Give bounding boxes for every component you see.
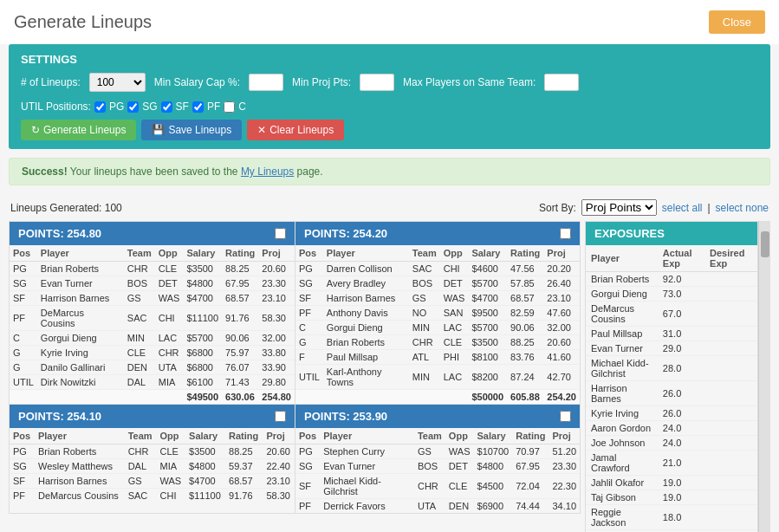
table-cell: DAL bbox=[125, 459, 157, 474]
success-label: Success! bbox=[22, 165, 68, 178]
exp-cell: 67.0 bbox=[658, 302, 704, 327]
table-cell: 42.70 bbox=[543, 365, 580, 390]
exp-cell: Gorgui Dieng bbox=[586, 287, 658, 302]
lineup-4-checkbox[interactable] bbox=[560, 411, 571, 422]
list-item: Brian Roberts92.0 bbox=[586, 272, 757, 287]
generate-label: Generate Lineups bbox=[43, 124, 126, 136]
scrollbar[interactable] bbox=[758, 221, 770, 532]
exp-cell bbox=[704, 421, 757, 436]
clear-label: Clear Lineups bbox=[269, 124, 334, 136]
table-row: FPaul MillsapATLPHI$810083.7641.60 bbox=[295, 350, 580, 365]
table-cell: 51.20 bbox=[549, 444, 580, 459]
util-pf-checkbox[interactable] bbox=[192, 101, 204, 113]
sort-controls: Sort By: Proj Points Salary select all |… bbox=[539, 199, 769, 216]
right-panel: EXPOSURES Player Actual Exp Desired Exp … bbox=[585, 221, 770, 532]
lineup-1-table: Pos Player Team Opp Salary Rating Proj P… bbox=[10, 245, 295, 404]
table-row: PGBrian RobertsCHRCLE$350088.2520.60 bbox=[10, 262, 295, 276]
lineup-2-table: Pos Player Team Opp Salary Rating Proj P… bbox=[295, 245, 580, 404]
util-sg-checkbox[interactable] bbox=[127, 101, 139, 113]
exp-cell: Paul Millsap bbox=[586, 327, 658, 341]
table-row: PGBrian RobertsCHRCLE$350088.2520.60 bbox=[10, 444, 295, 459]
save-lineups-button[interactable]: 💾 Save Lineups bbox=[141, 120, 242, 140]
lineups-grid: POINTS: 254.80 Pos Player Team Opp Salar… bbox=[9, 221, 585, 532]
table-cell: Karl-Anthony Towns bbox=[323, 365, 409, 390]
table-cell: GS bbox=[124, 291, 155, 306]
exp-cell: 18.0 bbox=[658, 505, 704, 530]
my-lineups-link[interactable]: My Lineups bbox=[241, 165, 294, 178]
table-cell: 57.85 bbox=[507, 276, 543, 291]
table-cell: UTA bbox=[414, 499, 445, 514]
exp-cell: 24.0 bbox=[658, 421, 704, 436]
table-cell: $4800 bbox=[183, 276, 222, 291]
table-cell: CHR bbox=[414, 474, 445, 499]
table-cell: F bbox=[295, 350, 323, 365]
table-cell: CHI bbox=[440, 262, 469, 276]
exp-cell bbox=[704, 381, 757, 406]
close-button[interactable]: Close bbox=[709, 10, 765, 34]
num-lineups-select[interactable]: 10050150 bbox=[89, 73, 146, 92]
table-cell: 90.06 bbox=[507, 321, 543, 335]
table-cell: 59.37 bbox=[225, 459, 263, 474]
select-all-link[interactable]: select all bbox=[662, 202, 703, 214]
table-cell: GS bbox=[125, 474, 157, 489]
exp-cell: 26.0 bbox=[658, 406, 704, 421]
col-opp: Opp bbox=[440, 245, 469, 262]
lineups-info-bar: Lineups Generated: 100 Sort By: Proj Poi… bbox=[0, 194, 779, 221]
exp-cell: 31.0 bbox=[658, 327, 704, 341]
table-cell: ATL bbox=[409, 350, 440, 365]
table-cell: CHR bbox=[155, 346, 184, 360]
scrollbar-thumb[interactable] bbox=[761, 231, 769, 257]
col-rating: Rating bbox=[512, 428, 549, 444]
lineup-2-checkbox[interactable] bbox=[560, 228, 571, 239]
num-lineups-label: # of Lineups: bbox=[21, 76, 81, 88]
total-cell bbox=[440, 390, 469, 405]
exp-cell bbox=[704, 451, 757, 476]
lineup-1-checkbox[interactable] bbox=[275, 228, 286, 239]
table-row: PFAnthony DavisNOSAN$950082.5947.60 bbox=[295, 306, 580, 321]
table-row: PFDerrick FavorsUTADEN$690074.4434.10 bbox=[295, 499, 580, 514]
save-icon: 💾 bbox=[152, 124, 165, 136]
select-none-link[interactable]: select none bbox=[716, 202, 769, 214]
col-rating: Rating bbox=[222, 245, 258, 262]
lineup-2-points: POINTS: 254.20 bbox=[304, 227, 387, 240]
min-salary-label: Min Salary Cap %: bbox=[154, 76, 240, 88]
util-pg-checkbox[interactable] bbox=[94, 101, 106, 113]
table-cell: BOS bbox=[124, 276, 155, 291]
lineup-3-checkbox[interactable] bbox=[275, 411, 286, 422]
col-player: Player bbox=[35, 428, 125, 444]
clear-lineups-button[interactable]: ✕ Clear Lineups bbox=[247, 120, 344, 140]
exp-cell: 21.0 bbox=[658, 451, 704, 476]
lineup-4-points: POINTS: 253.90 bbox=[304, 410, 387, 423]
util-pg-label: PG bbox=[109, 101, 124, 113]
generate-lineups-button[interactable]: ↻ Generate Lineups bbox=[21, 120, 136, 140]
total-cell: 630.06 bbox=[222, 390, 258, 405]
util-c-checkbox[interactable] bbox=[224, 101, 235, 113]
table-cell: DeMarcus Cousins bbox=[35, 489, 125, 503]
exp-cell bbox=[704, 341, 757, 356]
exp-col-desired: Desired Exp bbox=[704, 245, 757, 272]
min-salary-input[interactable]: 99 bbox=[249, 74, 283, 91]
col-opp: Opp bbox=[445, 428, 474, 444]
table-cell: SF bbox=[10, 291, 37, 306]
table-cell: SAN bbox=[440, 306, 469, 321]
max-players-input[interactable]: 2 bbox=[544, 74, 579, 91]
table-cell: $4700 bbox=[468, 291, 507, 306]
exp-cell: Reggie Jackson bbox=[586, 505, 658, 530]
exp-cell: Brian Roberts bbox=[586, 272, 658, 287]
table-cell: DET bbox=[155, 276, 184, 291]
min-proj-input[interactable]: 20 bbox=[360, 74, 394, 91]
table-cell: CLE bbox=[445, 474, 474, 499]
sort-select[interactable]: Proj Points Salary bbox=[581, 199, 657, 216]
total-cell bbox=[37, 390, 124, 405]
table-cell: UTIL bbox=[10, 375, 37, 390]
table-cell: 58.30 bbox=[258, 306, 295, 331]
table-cell: DEN bbox=[124, 360, 155, 375]
util-sf-checkbox[interactable] bbox=[161, 101, 172, 113]
table-cell: 26.40 bbox=[543, 276, 580, 291]
exp-col-player: Player bbox=[586, 245, 658, 272]
list-item: Joe Johnson24.0 bbox=[586, 436, 757, 451]
table-cell: $6900 bbox=[474, 499, 513, 514]
table-cell: Avery Bradley bbox=[323, 276, 409, 291]
exposures-table: Player Actual Exp Desired Exp Brian Robe… bbox=[586, 245, 757, 532]
util-pf-label: PF bbox=[207, 101, 220, 113]
